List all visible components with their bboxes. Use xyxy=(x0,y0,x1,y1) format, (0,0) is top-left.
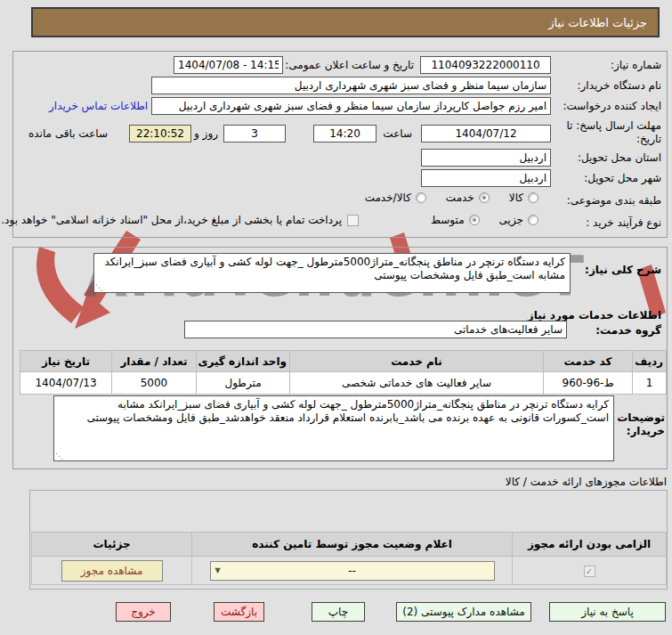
radio-icon[interactable] xyxy=(469,215,480,225)
radio-label: کالا/خدمت xyxy=(365,191,411,204)
respond-to-need-button[interactable]: پاسخ به نیاز xyxy=(549,602,666,622)
col-unit: واحد اندازه گیری xyxy=(197,351,290,372)
col-service-code: کد خدمت xyxy=(544,351,633,372)
licenses-table: الزامی بودن ارائه مجوز اعلام وضعیت مجوز … xyxy=(31,532,667,585)
province-input[interactable] xyxy=(421,149,551,167)
need-description-textarea[interactable]: کرایه دستگاه ترنچر در مناطق پنجگانه_مترا… xyxy=(93,253,571,293)
licenses-table-row: -- ▼ مشاهده مجوز xyxy=(32,557,667,585)
radio-icon[interactable] xyxy=(416,192,426,203)
buyer-contact-link[interactable]: اطلاعات تماس خریدار xyxy=(49,100,148,112)
buyer-org-label: نام دستگاه خریدار: xyxy=(578,79,662,93)
buyer-notes-text: کرایه دستگاه ترنچر در مناطق پنجگانه_مترا… xyxy=(86,398,609,424)
print-button[interactable]: چاپ xyxy=(312,602,365,622)
licenses-section-label: اطلاعات مجوزهای ارائه خدمت / کالا xyxy=(506,476,667,489)
buyer-org-input[interactable] xyxy=(151,77,551,94)
countdown-input[interactable] xyxy=(129,125,191,142)
process-type-radio-group: جزیی متوسط xyxy=(411,214,538,226)
process-type-label: نوع فرآیند خرید : xyxy=(586,216,661,230)
col-row-no: ردیف xyxy=(633,351,667,372)
cell-unit: مترطول xyxy=(197,372,290,395)
classification-radio-group: کالا خدمت کالا/خدمت xyxy=(345,191,538,204)
process-option-jozii[interactable]: جزیی xyxy=(499,214,538,226)
treasury-checkbox-label: پرداخت تمام یا بخشی از مبلغ خرید،از محل … xyxy=(1,214,342,226)
need-description-label: شرح کلی نیاز: xyxy=(585,264,661,277)
license-status-value: -- xyxy=(348,565,356,577)
cell-service-code: ط-96-960 xyxy=(544,372,633,395)
col-license-required: الزامی بودن ارائه مجوز xyxy=(513,533,667,557)
licenses-table-header-row: الزامی بودن ارائه مجوز اعلام وضعیت مجوز … xyxy=(32,533,667,557)
need-number-label: شماره نیاز: xyxy=(611,59,661,72)
buyer-notes-label: توضیحات خریدار: xyxy=(606,411,665,438)
page-title-bar: جزئیات اطلاعات نیاز xyxy=(31,7,660,37)
resize-handle-icon[interactable]: ⋰ xyxy=(55,452,63,460)
countdown-label: ساعت باقی مانده xyxy=(28,127,108,141)
request-creator-label: ایجاد کننده درخواست: xyxy=(563,100,661,113)
cell-license-required xyxy=(513,557,667,585)
buyer-notes-textarea[interactable]: کرایه دستگاه ترنچر در مناطق پنجگانه_مترا… xyxy=(53,395,614,461)
classification-option-kala[interactable]: کالا xyxy=(509,191,538,204)
cell-row-no: 1 xyxy=(633,372,667,395)
radio-label: کالا xyxy=(509,191,523,204)
page-title: جزئیات اطلاعات نیاز xyxy=(548,16,647,29)
city-label: شهر محل تحویل: xyxy=(584,172,661,185)
col-quantity: تعداد / مقدار xyxy=(112,351,197,372)
need-number-input[interactable] xyxy=(420,56,551,74)
back-button[interactable]: بازگشت xyxy=(214,602,264,622)
announce-datetime-label: تاریخ و ساعت اعلان عمومی: xyxy=(285,59,414,72)
col-license-details: جزئیات xyxy=(32,533,192,557)
view-attached-documents-button[interactable]: مشاهده مدارک پیوستی (2) xyxy=(396,602,531,622)
chevron-down-icon: ▼ xyxy=(215,566,221,574)
view-license-button[interactable]: مشاهده مجوز xyxy=(61,560,163,582)
cell-license-details: مشاهده مجوز xyxy=(32,557,192,585)
need-description-text: کرایه دستگاه ترنچر در مناطق پنجگانه_مترا… xyxy=(104,256,565,281)
classification-option-khedmat[interactable]: خدمت xyxy=(446,191,490,204)
col-need-date: تاریخ نیاز xyxy=(20,351,112,372)
city-input[interactable] xyxy=(421,169,551,187)
cell-need-date: 1404/07/13 xyxy=(20,372,112,395)
hour-label: ساعت xyxy=(383,127,412,141)
resize-handle-icon[interactable]: ⋰ xyxy=(95,284,103,292)
cell-service-name: سایر فعالیت های خدماتی شخصی xyxy=(290,372,544,395)
license-required-checkbox[interactable] xyxy=(584,566,595,577)
service-group-label: گروه خدمت: xyxy=(595,324,661,338)
col-license-status: اعلام وضعیت مجوز توسط تامین کننده xyxy=(192,533,513,557)
days-remaining-input[interactable] xyxy=(223,125,286,142)
radio-label: جزیی xyxy=(499,214,523,226)
radio-label: متوسط xyxy=(431,214,465,226)
radio-label: خدمت xyxy=(446,191,474,204)
col-service-name: نام خدمت xyxy=(290,351,544,372)
reply-deadline-time-input[interactable] xyxy=(313,125,376,142)
cell-quantity: 5000 xyxy=(112,372,197,395)
radio-icon[interactable] xyxy=(528,215,538,225)
radio-icon[interactable] xyxy=(528,192,538,203)
radio-icon[interactable] xyxy=(479,192,490,203)
services-table-header-row: ردیف کد خدمت نام خدمت واحد اندازه گیری ت… xyxy=(20,351,667,372)
treasury-checkbox[interactable] xyxy=(347,215,359,226)
classification-option-kala-khedmat[interactable]: کالا/خدمت xyxy=(365,191,426,204)
services-table: ردیف کد خدمت نام خدمت واحد اندازه گیری ت… xyxy=(20,350,667,395)
license-status-select[interactable]: -- ▼ xyxy=(210,561,495,581)
exit-button[interactable]: خروج xyxy=(116,602,171,622)
province-label: استان محل تحویل: xyxy=(578,151,661,165)
process-option-motevasset[interactable]: متوسط xyxy=(431,214,480,226)
reply-deadline-date-input[interactable] xyxy=(421,125,551,142)
classification-label: طبقه بندی موضوعی: xyxy=(567,194,661,208)
announce-datetime-input[interactable] xyxy=(174,56,283,74)
request-creator-input[interactable] xyxy=(151,97,551,115)
days-label: روز و xyxy=(194,127,218,141)
reply-deadline-label: مهلت ارسال پاسخ: تا تاریخ: xyxy=(555,119,661,146)
treasury-checkbox-row: پرداخت تمام یا بخشی از مبلغ خرید،از محل … xyxy=(1,214,359,226)
service-group-input[interactable] xyxy=(184,321,567,338)
cell-license-status: -- ▼ xyxy=(192,557,513,585)
services-table-row: 1 ط-96-960 سایر فعالیت های خدماتی شخصی م… xyxy=(20,372,667,395)
